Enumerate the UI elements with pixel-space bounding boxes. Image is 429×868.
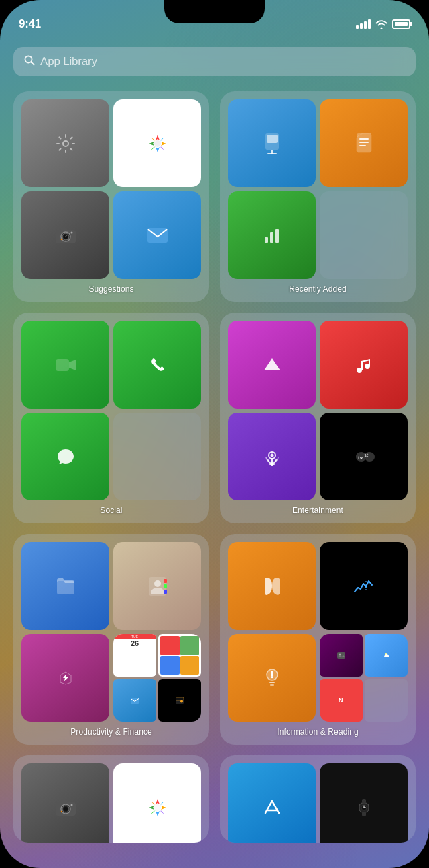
app-placeholder2 <box>113 413 201 500</box>
folder-information[interactable]: N Information & Reading <box>220 534 416 745</box>
app-keynote[interactable] <box>228 99 316 187</box>
svg-point-58 <box>70 804 72 806</box>
folder-entertainment[interactable]: tv ⌘ Entertainment <box>220 313 416 523</box>
svg-point-11 <box>66 235 67 236</box>
app-shortcuts[interactable] <box>21 634 109 722</box>
svg-line-1 <box>32 62 34 65</box>
svg-rect-49 <box>337 652 345 659</box>
app-books[interactable] <box>228 542 316 630</box>
svg-rect-40 <box>131 698 139 704</box>
wifi-icon <box>375 19 387 29</box>
app-itunes-store[interactable] <box>228 321 316 409</box>
app-contacts[interactable] <box>113 542 201 630</box>
svg-rect-67 <box>362 812 366 816</box>
app-music[interactable] <box>320 321 408 409</box>
svg-point-43 <box>180 700 183 703</box>
search-bar[interactable]: App Library <box>13 47 416 76</box>
app-library-content: App Library <box>0 40 429 868</box>
folder-information-label: Information & Reading <box>228 727 408 737</box>
mini-weather <box>365 634 408 677</box>
mini-imagepreview <box>320 634 363 677</box>
mini-calendar: TUE 26 <box>113 634 156 677</box>
app-settings[interactable] <box>21 99 109 187</box>
app-camera[interactable] <box>21 191 109 279</box>
svg-rect-66 <box>362 799 366 804</box>
app-mini-group[interactable]: TUE 26 <box>113 634 201 722</box>
folder-recently-added-label: Recently Added <box>228 284 408 294</box>
svg-point-10 <box>64 235 66 237</box>
folder-recently-added[interactable]: Recently Added <box>220 91 416 302</box>
app-numbers[interactable] <box>228 191 316 279</box>
svg-rect-15 <box>267 135 278 143</box>
svg-point-3 <box>154 140 161 147</box>
svg-rect-8 <box>62 228 67 231</box>
svg-marker-26 <box>264 358 280 370</box>
folder-social[interactable]: Social <box>13 313 209 523</box>
svg-rect-47 <box>269 682 275 683</box>
app-photos[interactable] <box>113 99 201 187</box>
search-icon <box>24 55 35 68</box>
mini-reminders <box>158 634 201 677</box>
status-icons <box>356 19 410 29</box>
svg-rect-42 <box>176 697 184 700</box>
app-watch[interactable] <box>320 763 408 843</box>
app-placeholder <box>320 191 408 279</box>
app-appstore[interactable] <box>228 763 316 843</box>
svg-point-28 <box>270 453 273 457</box>
svg-rect-24 <box>275 229 279 243</box>
svg-point-60 <box>154 804 161 811</box>
svg-rect-23 <box>270 232 273 243</box>
battery-icon <box>392 19 410 29</box>
svg-rect-38 <box>164 590 167 594</box>
app-mini-group2[interactable]: N <box>320 634 408 722</box>
mini-empty <box>365 679 408 722</box>
mini-news: N <box>320 679 363 722</box>
bottom-folder-left[interactable] <box>13 755 209 843</box>
svg-point-59 <box>60 810 62 812</box>
search-placeholder: App Library <box>40 55 97 68</box>
folder-suggestions-label: Suggestions <box>21 284 201 294</box>
svg-text:tv: tv <box>358 455 363 461</box>
svg-rect-22 <box>265 237 268 243</box>
svg-rect-37 <box>164 584 167 588</box>
app-stocks[interactable] <box>320 542 408 630</box>
svg-text:⌘: ⌘ <box>364 453 369 458</box>
app-facetime[interactable] <box>21 321 109 409</box>
phone-frame: 9:41 App Library <box>0 0 429 868</box>
app-photos-bottom[interactable] <box>113 763 201 843</box>
folder-social-label: Social <box>21 506 201 515</box>
folder-entertainment-label: Entertainment <box>228 506 408 515</box>
app-podcasts[interactable] <box>228 413 316 500</box>
bottom-folder-right[interactable] <box>220 755 416 843</box>
mini-mail <box>113 679 156 722</box>
app-pages[interactable] <box>320 99 408 187</box>
app-files[interactable] <box>21 542 109 630</box>
svg-rect-13 <box>147 228 168 243</box>
folder-productivity[interactable]: TUE 26 <box>13 534 209 745</box>
notch <box>164 0 265 23</box>
signal-icon <box>356 19 371 29</box>
app-messages[interactable] <box>21 413 109 500</box>
folders-grid: Suggestions <box>13 91 416 745</box>
svg-point-2 <box>63 141 68 146</box>
svg-rect-36 <box>164 579 167 583</box>
svg-point-35 <box>154 580 161 587</box>
app-phone[interactable] <box>113 321 201 409</box>
app-tips[interactable] <box>228 634 316 722</box>
bottom-row <box>13 755 416 843</box>
svg-rect-57 <box>62 800 67 803</box>
svg-rect-48 <box>270 684 274 686</box>
status-time: 9:41 <box>19 17 41 31</box>
app-camera-bottom[interactable] <box>21 763 109 843</box>
svg-point-56 <box>64 807 68 811</box>
app-apple-tv[interactable]: tv ⌘ <box>320 413 408 500</box>
svg-point-12 <box>60 238 62 239</box>
folder-suggestions[interactable]: Suggestions <box>13 91 209 302</box>
mini-wallet <box>158 679 201 722</box>
svg-rect-25 <box>56 359 69 371</box>
app-mail[interactable] <box>113 191 201 279</box>
folder-productivity-label: Productivity & Finance <box>21 727 201 737</box>
svg-point-9 <box>70 231 72 233</box>
svg-text:N: N <box>339 697 343 704</box>
